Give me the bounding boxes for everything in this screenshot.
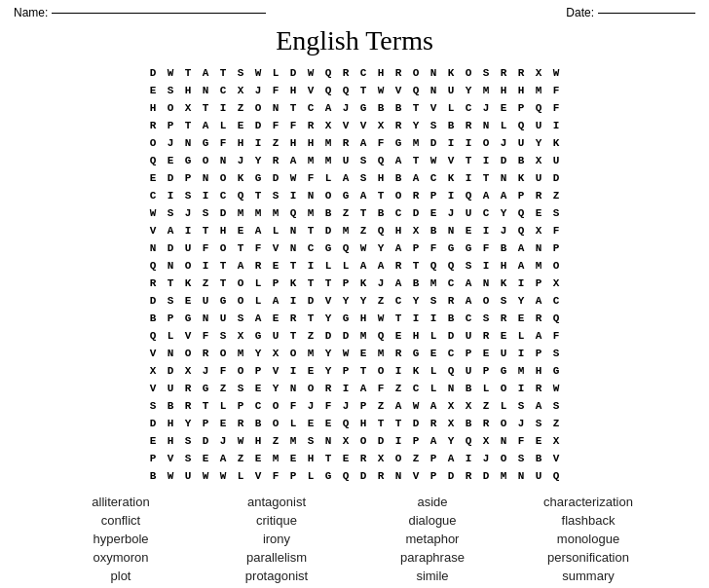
grid-cell: X bbox=[372, 117, 390, 134]
grid-cell: A bbox=[390, 397, 407, 415]
grid-cell: R bbox=[390, 117, 407, 134]
grid-cell: A bbox=[284, 152, 302, 169]
grid-cell: A bbox=[337, 169, 354, 187]
grid-cell: F bbox=[197, 327, 214, 345]
grid-cell: W bbox=[372, 310, 390, 327]
grid-cell: S bbox=[477, 310, 495, 327]
grid-cell: A bbox=[214, 450, 232, 467]
grid-cell: E bbox=[267, 310, 284, 327]
grid-cell: B bbox=[372, 99, 390, 117]
grid-cell: C bbox=[442, 275, 460, 292]
grid-cell: B bbox=[512, 152, 530, 169]
grid-cell: R bbox=[354, 450, 372, 467]
grid-cell: J bbox=[302, 397, 319, 415]
grid-cell: A bbox=[425, 397, 442, 415]
grid-cell: S bbox=[179, 432, 197, 450]
grid-cell: G bbox=[197, 380, 214, 397]
grid-cell: F bbox=[547, 82, 565, 99]
grid-cell: I bbox=[197, 257, 214, 275]
grid-cell: T bbox=[302, 275, 319, 292]
grid-cell: W bbox=[425, 152, 442, 169]
grid-cell: A bbox=[460, 292, 477, 310]
word-list-item: protagonist bbox=[199, 569, 354, 583]
grid-cell: I bbox=[512, 345, 530, 362]
word-list-item: conflict bbox=[43, 513, 199, 528]
grid-cell: R bbox=[512, 64, 530, 82]
grid-cell: P bbox=[512, 99, 530, 117]
grid-cell: Y bbox=[179, 415, 197, 432]
grid-cell: Z bbox=[372, 397, 390, 415]
grid-cell: M bbox=[302, 152, 319, 169]
grid-cell: F bbox=[372, 380, 390, 397]
grid-cell: S bbox=[547, 397, 565, 415]
grid-cell: U bbox=[460, 204, 477, 222]
grid-cell: D bbox=[162, 362, 179, 380]
grid-cell: R bbox=[477, 327, 495, 345]
grid-cell: M bbox=[302, 204, 319, 222]
grid-cell: K bbox=[495, 275, 512, 292]
grid-cell: G bbox=[249, 327, 267, 345]
grid-cell: Q bbox=[547, 310, 565, 327]
grid-cell: Q bbox=[512, 117, 530, 134]
grid-cell: T bbox=[319, 275, 337, 292]
grid-cell: B bbox=[319, 204, 337, 222]
grid-cell: R bbox=[477, 415, 495, 432]
grid-cell: D bbox=[319, 222, 337, 239]
grid-cell: L bbox=[267, 222, 284, 239]
grid-cell: G bbox=[179, 152, 197, 169]
grid-cell: J bbox=[477, 99, 495, 117]
grid-cell: Z bbox=[354, 222, 372, 239]
grid-cell: N bbox=[197, 82, 214, 99]
grid-cell: A bbox=[407, 169, 425, 187]
grid-cell: B bbox=[162, 397, 179, 415]
grid-cell: E bbox=[354, 345, 372, 362]
grid-cell: N bbox=[425, 82, 442, 99]
grid-cell: I bbox=[197, 187, 214, 204]
grid-cell: T bbox=[390, 310, 407, 327]
grid-cell: G bbox=[319, 239, 337, 257]
grid-cell: P bbox=[267, 275, 284, 292]
grid-cell: A bbox=[197, 117, 214, 134]
grid-cell: S bbox=[460, 257, 477, 275]
grid-cell: I bbox=[512, 380, 530, 397]
grid-cell: I bbox=[512, 275, 530, 292]
grid-cell: Q bbox=[232, 187, 249, 204]
grid-cell: T bbox=[249, 187, 267, 204]
grid-cell: L bbox=[512, 327, 530, 345]
grid-cell: S bbox=[144, 397, 162, 415]
grid-cell: C bbox=[302, 239, 319, 257]
grid-cell: F bbox=[214, 362, 232, 380]
grid-cell: H bbox=[495, 82, 512, 99]
grid-cell: O bbox=[477, 292, 495, 310]
grid-cell: N bbox=[162, 345, 179, 362]
grid-cell: Z bbox=[407, 450, 425, 467]
grid-cell: M bbox=[530, 82, 547, 99]
grid-cell: R bbox=[425, 415, 442, 432]
grid-cell: G bbox=[547, 362, 565, 380]
grid-cell: D bbox=[442, 327, 460, 345]
grid-cell: G bbox=[337, 310, 354, 327]
grid-cell: A bbox=[319, 99, 337, 117]
grid-cell: X bbox=[530, 152, 547, 169]
grid-cell: I bbox=[442, 187, 460, 204]
grid-cell: R bbox=[197, 345, 214, 362]
grid-cell: T bbox=[460, 152, 477, 169]
grid-cell: R bbox=[144, 275, 162, 292]
grid-cell: O bbox=[477, 134, 495, 152]
grid-cell: R bbox=[530, 380, 547, 397]
grid-cell: X bbox=[407, 222, 425, 239]
grid-cell: D bbox=[337, 327, 354, 345]
grid-cell: I bbox=[425, 310, 442, 327]
grid-cell: Y bbox=[319, 310, 337, 327]
grid-cell: C bbox=[425, 169, 442, 187]
grid-cell: V bbox=[144, 345, 162, 362]
grid-cell: X bbox=[477, 432, 495, 450]
grid-cell: O bbox=[407, 64, 425, 82]
grid-cell: M bbox=[495, 467, 512, 485]
grid-cell: O bbox=[267, 415, 284, 432]
grid-cell: Q bbox=[512, 222, 530, 239]
grid-cell: R bbox=[442, 292, 460, 310]
grid-cell: Y bbox=[319, 345, 337, 362]
grid-cell: D bbox=[144, 415, 162, 432]
grid-cell: Q bbox=[530, 99, 547, 117]
